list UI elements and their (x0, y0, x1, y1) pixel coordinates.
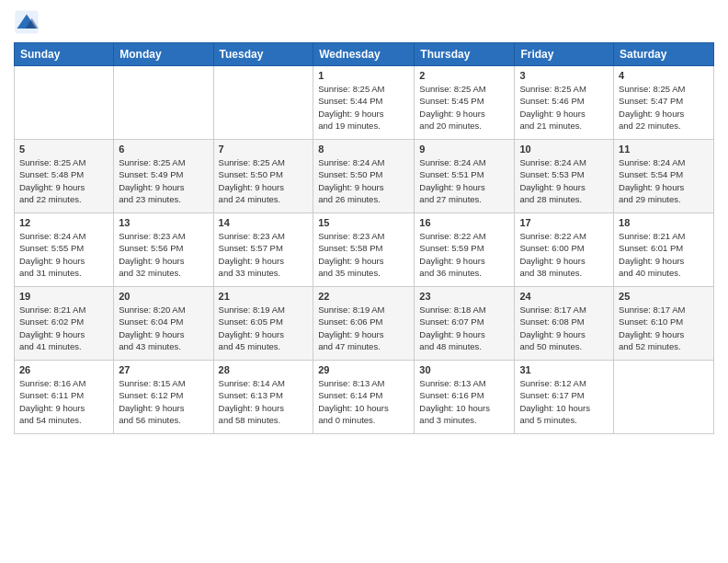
day-number: 22 (318, 291, 409, 302)
calendar-cell (614, 361, 714, 434)
col-header-monday: Monday (114, 43, 213, 66)
page: SundayMondayTuesdayWednesdayThursdayFrid… (0, 0, 728, 563)
day-info: Sunrise: 8:25 AM Sunset: 5:48 PM Dayligh… (19, 156, 108, 205)
calendar-cell: 25Sunrise: 8:17 AM Sunset: 6:10 PM Dayli… (614, 287, 714, 361)
col-header-wednesday: Wednesday (313, 43, 415, 66)
day-info: Sunrise: 8:18 AM Sunset: 6:07 PM Dayligh… (419, 304, 509, 352)
day-info: Sunrise: 8:25 AM Sunset: 5:47 PM Dayligh… (619, 83, 709, 132)
day-number: 13 (119, 217, 208, 228)
calendar-header-row: SundayMondayTuesdayWednesdayThursdayFrid… (15, 43, 714, 66)
day-info: Sunrise: 8:24 AM Sunset: 5:50 PM Dayligh… (318, 156, 409, 205)
calendar-cell: 24Sunrise: 8:17 AM Sunset: 6:08 PM Dayli… (515, 287, 614, 361)
day-info: Sunrise: 8:17 AM Sunset: 6:08 PM Dayligh… (519, 304, 609, 352)
calendar-cell: 28Sunrise: 8:14 AM Sunset: 6:13 PM Dayli… (213, 361, 313, 434)
day-info: Sunrise: 8:24 AM Sunset: 5:51 PM Dayligh… (419, 156, 509, 205)
calendar-cell (213, 66, 313, 140)
day-info: Sunrise: 8:19 AM Sunset: 6:06 PM Dayligh… (318, 304, 409, 352)
logo-icon (14, 9, 40, 35)
day-info: Sunrise: 8:19 AM Sunset: 6:05 PM Dayligh… (219, 304, 309, 352)
calendar-cell: 27Sunrise: 8:15 AM Sunset: 6:12 PM Dayli… (114, 361, 213, 434)
calendar-cell: 21Sunrise: 8:19 AM Sunset: 6:05 PM Dayli… (213, 287, 313, 361)
day-number: 23 (419, 291, 509, 302)
day-info: Sunrise: 8:25 AM Sunset: 5:44 PM Dayligh… (318, 83, 409, 132)
day-info: Sunrise: 8:14 AM Sunset: 6:13 PM Dayligh… (219, 377, 309, 426)
day-info: Sunrise: 8:23 AM Sunset: 5:57 PM Dayligh… (219, 230, 309, 279)
day-number: 7 (219, 144, 309, 155)
calendar-cell: 18Sunrise: 8:21 AM Sunset: 6:01 PM Dayli… (614, 213, 714, 287)
day-info: Sunrise: 8:23 AM Sunset: 5:58 PM Dayligh… (318, 230, 409, 279)
day-number: 4 (619, 70, 709, 81)
col-header-thursday: Thursday (415, 43, 515, 66)
calendar-week-row: 5Sunrise: 8:25 AM Sunset: 5:48 PM Daylig… (15, 140, 714, 213)
calendar-table: SundayMondayTuesdayWednesdayThursdayFrid… (14, 42, 714, 434)
calendar-cell: 30Sunrise: 8:13 AM Sunset: 6:16 PM Dayli… (415, 361, 515, 434)
day-info: Sunrise: 8:20 AM Sunset: 6:04 PM Dayligh… (119, 304, 208, 352)
day-info: Sunrise: 8:22 AM Sunset: 5:59 PM Dayligh… (419, 230, 509, 279)
day-info: Sunrise: 8:17 AM Sunset: 6:10 PM Dayligh… (619, 304, 709, 352)
calendar-cell: 5Sunrise: 8:25 AM Sunset: 5:48 PM Daylig… (15, 140, 114, 213)
day-number: 8 (318, 144, 409, 155)
calendar-cell: 17Sunrise: 8:22 AM Sunset: 6:00 PM Dayli… (515, 213, 614, 287)
calendar-cell: 23Sunrise: 8:18 AM Sunset: 6:07 PM Dayli… (415, 287, 515, 361)
day-number: 16 (419, 217, 509, 228)
day-info: Sunrise: 8:21 AM Sunset: 6:01 PM Dayligh… (619, 230, 709, 279)
calendar-cell: 1Sunrise: 8:25 AM Sunset: 5:44 PM Daylig… (313, 66, 415, 140)
day-info: Sunrise: 8:25 AM Sunset: 5:50 PM Dayligh… (219, 156, 309, 205)
calendar-cell: 8Sunrise: 8:24 AM Sunset: 5:50 PM Daylig… (313, 140, 415, 213)
day-info: Sunrise: 8:25 AM Sunset: 5:46 PM Dayligh… (519, 83, 609, 132)
day-number: 5 (19, 144, 108, 155)
calendar-cell: 11Sunrise: 8:24 AM Sunset: 5:54 PM Dayli… (614, 140, 714, 213)
day-number: 10 (519, 144, 609, 155)
day-info: Sunrise: 8:24 AM Sunset: 5:54 PM Dayligh… (619, 156, 709, 205)
calendar-cell: 4Sunrise: 8:25 AM Sunset: 5:47 PM Daylig… (614, 66, 714, 140)
day-info: Sunrise: 8:15 AM Sunset: 6:12 PM Dayligh… (119, 377, 208, 426)
day-number: 20 (119, 291, 208, 302)
calendar-week-row: 26Sunrise: 8:16 AM Sunset: 6:11 PM Dayli… (15, 361, 714, 434)
calendar-cell: 29Sunrise: 8:13 AM Sunset: 6:14 PM Dayli… (313, 361, 415, 434)
day-number: 11 (619, 144, 709, 155)
calendar-cell (114, 66, 213, 140)
day-info: Sunrise: 8:25 AM Sunset: 5:49 PM Dayligh… (119, 156, 208, 205)
calendar-week-row: 12Sunrise: 8:24 AM Sunset: 5:55 PM Dayli… (15, 213, 714, 287)
calendar-cell: 12Sunrise: 8:24 AM Sunset: 5:55 PM Dayli… (15, 213, 114, 287)
day-info: Sunrise: 8:13 AM Sunset: 6:16 PM Dayligh… (419, 377, 509, 426)
calendar-cell: 7Sunrise: 8:25 AM Sunset: 5:50 PM Daylig… (213, 140, 313, 213)
calendar-cell: 14Sunrise: 8:23 AM Sunset: 5:57 PM Dayli… (213, 213, 313, 287)
col-header-saturday: Saturday (614, 43, 714, 66)
calendar-cell: 10Sunrise: 8:24 AM Sunset: 5:53 PM Dayli… (515, 140, 614, 213)
day-info: Sunrise: 8:24 AM Sunset: 5:55 PM Dayligh… (19, 230, 108, 279)
calendar-cell: 19Sunrise: 8:21 AM Sunset: 6:02 PM Dayli… (15, 287, 114, 361)
col-header-tuesday: Tuesday (213, 43, 313, 66)
logo (14, 9, 43, 35)
calendar-cell: 13Sunrise: 8:23 AM Sunset: 5:56 PM Dayli… (114, 213, 213, 287)
day-info: Sunrise: 8:12 AM Sunset: 6:17 PM Dayligh… (519, 377, 609, 426)
calendar-cell: 16Sunrise: 8:22 AM Sunset: 5:59 PM Dayli… (415, 213, 515, 287)
day-number: 6 (119, 144, 208, 155)
day-info: Sunrise: 8:24 AM Sunset: 5:53 PM Dayligh… (519, 156, 609, 205)
calendar-cell: 9Sunrise: 8:24 AM Sunset: 5:51 PM Daylig… (415, 140, 515, 213)
calendar-week-row: 1Sunrise: 8:25 AM Sunset: 5:44 PM Daylig… (15, 66, 714, 140)
day-number: 27 (119, 364, 208, 375)
calendar-cell: 3Sunrise: 8:25 AM Sunset: 5:46 PM Daylig… (515, 66, 614, 140)
day-number: 28 (219, 364, 309, 375)
calendar-cell: 6Sunrise: 8:25 AM Sunset: 5:49 PM Daylig… (114, 140, 213, 213)
calendar-cell (15, 66, 114, 140)
day-number: 15 (318, 217, 409, 228)
day-number: 19 (19, 291, 108, 302)
day-number: 25 (619, 291, 709, 302)
day-info: Sunrise: 8:22 AM Sunset: 6:00 PM Dayligh… (519, 230, 609, 279)
col-header-friday: Friday (515, 43, 614, 66)
day-number: 21 (219, 291, 309, 302)
col-header-sunday: Sunday (15, 43, 114, 66)
day-info: Sunrise: 8:16 AM Sunset: 6:11 PM Dayligh… (19, 377, 108, 426)
day-info: Sunrise: 8:21 AM Sunset: 6:02 PM Dayligh… (19, 304, 108, 352)
day-number: 31 (519, 364, 609, 375)
day-number: 3 (519, 70, 609, 81)
calendar-cell: 26Sunrise: 8:16 AM Sunset: 6:11 PM Dayli… (15, 361, 114, 434)
calendar-week-row: 19Sunrise: 8:21 AM Sunset: 6:02 PM Dayli… (15, 287, 714, 361)
day-number: 12 (19, 217, 108, 228)
day-number: 26 (19, 364, 108, 375)
header (14, 9, 714, 35)
calendar-cell: 31Sunrise: 8:12 AM Sunset: 6:17 PM Dayli… (515, 361, 614, 434)
day-number: 2 (419, 70, 509, 81)
